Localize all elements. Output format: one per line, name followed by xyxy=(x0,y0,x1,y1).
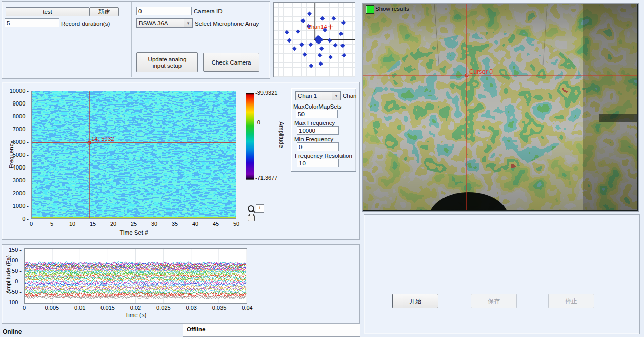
waveform-panel: Amplitude (Pa) 150100500-50-100 00.0050.… xyxy=(2,244,360,324)
axis-tick-label: 20 xyxy=(110,221,116,227)
mic-array-value: BSWA 36A xyxy=(137,20,184,26)
axis-tick-label: 25 xyxy=(131,221,137,227)
axis-tick-label: 10 xyxy=(69,221,75,227)
mic-array-label: Select Microphone Array xyxy=(195,20,259,27)
axis-tick-label: 5000 xyxy=(7,152,29,158)
axis-tick-label: 9000 xyxy=(7,100,29,107)
axis-tick-label: 2000 xyxy=(7,190,29,196)
spectrogram-panel: Frequency 100009000800070006000500040003… xyxy=(2,82,360,240)
colorbar[interactable] xyxy=(246,93,254,180)
axis-tick-label: 0.035 xyxy=(212,305,227,311)
action-panel: 开始 保存 停止 xyxy=(364,214,640,334)
record-duration-input[interactable] xyxy=(5,18,59,27)
min-frequency-label: Min Frequency xyxy=(294,136,333,142)
axis-tick-label: 150 xyxy=(3,247,22,253)
analysis-controls-cluster: Chan 1 ▾ Chan MaxColorMapSets Max Freque… xyxy=(291,88,356,172)
camera-result-view[interactable]: Show results Cursor 0 xyxy=(362,3,639,212)
spectrogram-x-axis-label: Time Set # xyxy=(31,229,236,236)
axis-tick-label: 0.04 xyxy=(242,305,252,311)
axis-tick-label: 0.005 xyxy=(45,305,59,311)
panel-divider xyxy=(131,2,132,77)
axis-tick-label: -50 xyxy=(3,289,22,295)
vent-object xyxy=(599,114,637,122)
setup-panel: test 新建 Record duration(s) Camera ID BSW… xyxy=(2,1,270,79)
spectrogram-plot[interactable]: 14, 5932 xyxy=(31,91,236,219)
axis-tick-label: 0.015 xyxy=(100,305,115,311)
record-duration-label: Record duration(s) xyxy=(61,20,110,27)
axis-tick-label: 0.01 xyxy=(74,305,85,311)
mic-array-scatter: Chan14 xyxy=(274,3,355,77)
offline-status-indicator: Offline xyxy=(183,324,360,337)
project-name-value: test xyxy=(6,9,89,15)
update-analog-input-button[interactable]: Update analog input setup xyxy=(136,52,198,72)
spectrogram-dc-row xyxy=(32,217,236,218)
app-window: test 新建 Record duration(s) Camera ID BSW… xyxy=(0,0,644,337)
axis-tick-label: -100 xyxy=(3,299,22,305)
axis-tick-label: 0 xyxy=(7,216,29,222)
channel-dropdown[interactable]: Chan 1 ▾ xyxy=(295,91,341,100)
pan-tool-icon[interactable] xyxy=(248,215,255,221)
colorbar-title: Amplitude xyxy=(278,114,285,155)
axis-tick-label: 1000 xyxy=(7,203,29,209)
waveform-plot[interactable] xyxy=(24,248,247,304)
axis-tick-label: 50 xyxy=(3,268,22,274)
axis-tick-label: 10000 xyxy=(7,88,29,94)
colorbar-max-label: -39.9321 xyxy=(255,90,277,96)
new-project-button[interactable]: 新建 xyxy=(89,7,119,16)
max-frequency-label: Max Frequency xyxy=(294,120,335,126)
axis-tick-label: 30 xyxy=(151,221,157,227)
project-name-field[interactable]: test xyxy=(6,7,89,16)
axis-tick-label: 0 xyxy=(23,305,26,311)
axis-tick-label: 0.025 xyxy=(156,305,171,311)
colorbar-mid-label: -0 xyxy=(255,119,260,125)
axis-tick-label: 0 xyxy=(30,221,33,227)
max-colormap-input[interactable] xyxy=(296,110,338,118)
show-results-checkbox[interactable] xyxy=(366,5,374,14)
online-status-label: Online xyxy=(3,328,22,335)
axis-tick-label: 8000 xyxy=(7,113,29,119)
save-button[interactable]: 保存 xyxy=(471,294,517,308)
axis-tick-label: 0.03 xyxy=(186,305,197,311)
spectrogram-cursor-readout: 14, 5932 xyxy=(91,136,114,142)
axis-tick-label: 0.02 xyxy=(130,305,141,311)
check-camera-button[interactable]: Check Camera xyxy=(203,53,259,72)
axis-tick-label: 50 xyxy=(233,221,239,227)
show-results-label: Show results xyxy=(375,6,409,12)
axis-tick-label: 7000 xyxy=(7,126,29,132)
axis-tick-label: 35 xyxy=(172,221,178,227)
axis-tick-label: 4000 xyxy=(7,164,29,171)
camera-id-input[interactable] xyxy=(136,7,192,15)
axis-tick-label: 5 xyxy=(50,221,53,227)
axis-tick-label: 40 xyxy=(192,221,198,227)
max-colormap-label: MaxColorMapSets xyxy=(293,103,342,110)
channel-value: Chan 1 xyxy=(296,93,332,99)
axis-tick-label: 45 xyxy=(213,221,219,227)
zoom-mode-icon[interactable]: + xyxy=(256,204,264,213)
axis-tick-label: 100 xyxy=(3,257,22,263)
max-frequency-input[interactable] xyxy=(297,126,339,135)
frequency-resolution-input[interactable] xyxy=(297,159,339,167)
axis-tick-label: 0 xyxy=(3,278,22,284)
mic-cursor-label: Chan14 xyxy=(307,24,327,30)
camera-id-label: Camera ID xyxy=(194,8,223,14)
start-button[interactable]: 开始 xyxy=(392,294,438,308)
dropdown-chevron-icon[interactable]: ▾ xyxy=(332,92,340,100)
image-cursor-label: Cursor 0 xyxy=(469,68,493,75)
axis-tick-label: 6000 xyxy=(7,139,29,145)
colorbar-min-label: -71.3677 xyxy=(255,175,277,181)
stop-button[interactable]: 停止 xyxy=(548,294,594,308)
channel-label: Chan xyxy=(343,93,357,99)
waveform-x-axis-label: Time (s) xyxy=(24,312,247,318)
axis-tick-label: 15 xyxy=(90,221,96,227)
wall-shadow-overlay xyxy=(583,4,637,210)
dropdown-chevron-icon[interactable]: ▾ xyxy=(184,19,192,27)
axis-tick-label: 3000 xyxy=(7,177,29,183)
mic-array-plot[interactable]: Chan14 xyxy=(273,2,355,77)
zoom-tool-icon[interactable] xyxy=(248,205,254,212)
frequency-resolution-label: Frequency Resolution xyxy=(295,153,352,159)
min-frequency-input[interactable] xyxy=(297,142,339,151)
mic-array-dropdown[interactable]: BSWA 36A ▾ xyxy=(136,18,193,28)
